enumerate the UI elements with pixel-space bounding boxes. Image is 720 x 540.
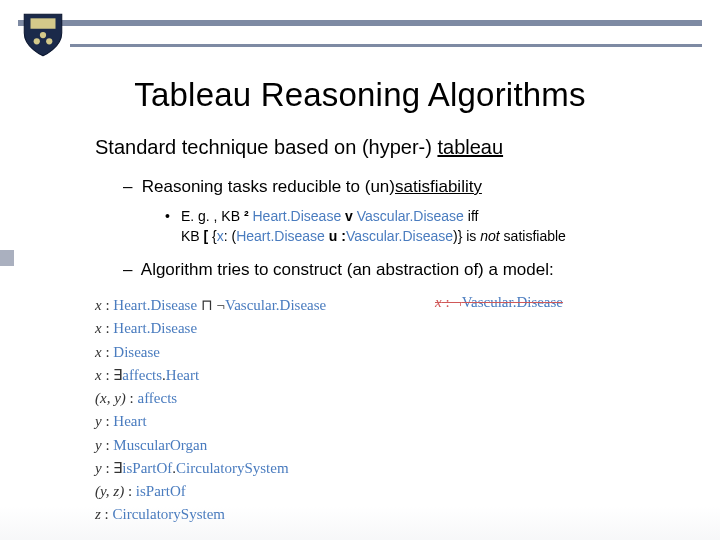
brace-open: { bbox=[208, 228, 217, 244]
line-standard-technique: Standard technique based on (hyper-) tab… bbox=[95, 136, 680, 159]
math-row-1: x : Heart.Disease ⊓ ¬Vascular.Disease bbox=[95, 294, 680, 317]
r2-hd: Heart.Disease bbox=[113, 320, 197, 336]
crest-logo bbox=[22, 10, 64, 60]
line3-text: Algorithm tries to construct (an abstrac… bbox=[141, 260, 554, 279]
r5-colon: : bbox=[126, 390, 138, 406]
r8-circ: CirculatorySystem bbox=[176, 460, 289, 476]
math-row-5: (x, y) : affects bbox=[95, 387, 680, 410]
crossed-out-branch: x : ¬Vascular.Disease bbox=[435, 294, 563, 311]
svg-point-2 bbox=[46, 38, 52, 44]
math-row-9: (y, z) : isPartOf bbox=[95, 480, 680, 503]
r8-exists: : ∃ bbox=[102, 460, 123, 476]
colon-paren: : ( bbox=[224, 228, 236, 244]
dash-marker-2: – bbox=[123, 260, 137, 280]
rn-x: x bbox=[435, 294, 442, 310]
r8-y: y bbox=[95, 460, 102, 476]
math-row-4: x : ∃affects.Heart bbox=[95, 364, 680, 387]
r7-y: y bbox=[95, 437, 102, 453]
subsumes-v: v bbox=[345, 208, 353, 224]
r6-y: y bbox=[95, 413, 102, 429]
heart-disease-1: Heart.Disease bbox=[249, 208, 345, 224]
bullet-reasoning-tasks: – Reasoning tasks reducible to (un)satis… bbox=[123, 177, 680, 197]
heart-disease-2: Heart.Disease bbox=[236, 228, 329, 244]
line1-text: Standard technique based on (hyper-) bbox=[95, 136, 437, 158]
svg-point-3 bbox=[40, 32, 46, 38]
math-lines: x : Heart.Disease ⊓ ¬Vascular.Disease x … bbox=[95, 294, 680, 527]
r1-colon: : bbox=[102, 297, 114, 313]
math-row-7: y : MuscularOrgan bbox=[95, 434, 680, 457]
satisfiable-word: satisfiable bbox=[500, 228, 566, 244]
r2-colon: : bbox=[102, 320, 114, 336]
r4-x: x bbox=[95, 367, 102, 383]
r6-colon: : bbox=[102, 413, 114, 429]
math-row-8: y : ∃isPartOf.CirculatorySystem bbox=[95, 457, 680, 480]
rn-colon: : ¬ bbox=[442, 294, 462, 310]
r4-exists: : ∃ bbox=[102, 367, 123, 383]
line2-text: Reasoning tasks reducible to (un) bbox=[142, 177, 395, 196]
slide-title: Tableau Reasoning Algorithms bbox=[0, 76, 720, 114]
math-row-6: y : Heart bbox=[95, 410, 680, 433]
header-thick-line bbox=[18, 20, 702, 26]
r1-x: x bbox=[95, 297, 102, 313]
r8-ispartof: isPartOf bbox=[122, 460, 172, 476]
tableau-derivation: x : ¬Vascular.Disease x : Heart.Disease … bbox=[95, 294, 680, 527]
r9-yz: (y, z) bbox=[95, 483, 124, 499]
rn-vd: Vascular.Disease bbox=[462, 294, 563, 310]
header-thin-line bbox=[70, 44, 702, 47]
r4-heart: Heart bbox=[166, 367, 199, 383]
close-text: )} is bbox=[453, 228, 480, 244]
r1-vd: Vascular.Disease bbox=[225, 297, 326, 313]
r5-xy: (x, y) bbox=[95, 390, 126, 406]
r6-heart: Heart bbox=[113, 413, 146, 429]
tableau-word: tableau bbox=[437, 136, 503, 158]
r7-muscular: MuscularOrgan bbox=[113, 437, 207, 453]
vascular-disease-1: Vascular.Disease bbox=[353, 208, 468, 224]
r3-colon: : bbox=[102, 344, 114, 360]
slide-body: Standard technique based on (hyper-) tab… bbox=[95, 136, 680, 527]
kb2: KB bbox=[181, 228, 204, 244]
bullet-algorithm-tries: – Algorithm tries to construct (an abstr… bbox=[123, 260, 680, 280]
r5-affects: affects bbox=[137, 390, 177, 406]
not-word: not bbox=[480, 228, 499, 244]
example-block: • E. g. , KB ² Heart.Disease v Vascular.… bbox=[165, 207, 680, 246]
footer-skyline bbox=[0, 506, 720, 540]
bullet-dot: • bbox=[165, 207, 177, 227]
r4-affects: affects bbox=[122, 367, 162, 383]
r3-x: x bbox=[95, 344, 102, 360]
math-row-3: x : Disease bbox=[95, 341, 680, 364]
iff-word: iff bbox=[468, 208, 479, 224]
r9-colon: : bbox=[124, 483, 136, 499]
r7-colon: : bbox=[102, 437, 114, 453]
svg-rect-0 bbox=[31, 18, 56, 28]
r9-ispartof: isPartOf bbox=[136, 483, 186, 499]
r2-x: x bbox=[95, 320, 102, 336]
r1-hd: Heart.Disease bbox=[113, 297, 197, 313]
side-tab bbox=[0, 250, 14, 266]
r3-dis: Disease bbox=[113, 344, 160, 360]
svg-point-1 bbox=[34, 38, 40, 44]
vascular-disease-2: Vascular.Disease bbox=[346, 228, 453, 244]
satisfiability-word: satisfiability bbox=[395, 177, 482, 196]
neg-colon: : bbox=[337, 228, 346, 244]
var-x: x bbox=[217, 228, 224, 244]
dash-marker: – bbox=[123, 177, 137, 197]
ex-lead: E. g. , KB bbox=[181, 208, 244, 224]
r1-op: ⊓ ¬ bbox=[197, 297, 225, 313]
math-row-2: x : Heart.Disease bbox=[95, 317, 680, 340]
